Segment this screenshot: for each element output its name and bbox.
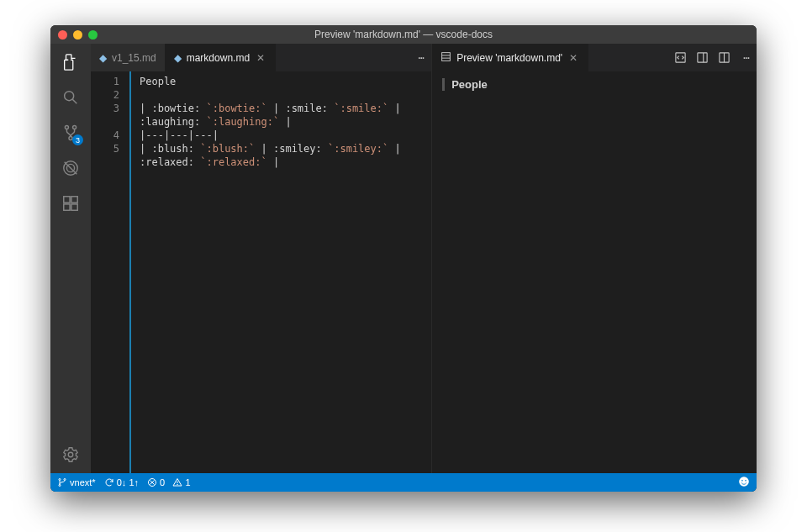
svg-point-22 — [64, 479, 66, 481]
settings-gear-icon[interactable] — [61, 445, 81, 465]
warnings-count: 1 — [185, 477, 190, 487]
markdown-preview[interactable]: People — [432, 71, 757, 473]
workbench-body: 3 ◆v1_15.md◆markdown.md✕ ··· — [50, 44, 757, 473]
markdown-file-icon: ◆ — [174, 52, 182, 64]
svg-point-31 — [745, 480, 746, 482]
status-bar: vnext* 0↓ 1↑ 0 1 — [50, 473, 757, 492]
scm-badge: 3 — [72, 134, 83, 145]
editor-group-left: ◆v1_15.md◆markdown.md✕ ··· 12345 People|… — [91, 44, 432, 473]
svg-point-30 — [741, 480, 743, 482]
vscode-window: Preview 'markdown.md' — vscode-docs 3 — [50, 25, 757, 492]
tab-label: Preview 'markdown.md' — [456, 52, 562, 64]
preview-heading: People — [442, 78, 746, 91]
source-control-icon[interactable]: 3 — [61, 123, 81, 143]
window-title: Preview 'markdown.md' — vscode-docs — [50, 29, 757, 40]
split-editor-icon[interactable] — [713, 44, 735, 71]
svg-rect-9 — [64, 204, 70, 210]
show-source-icon[interactable] — [669, 44, 691, 71]
svg-point-12 — [68, 452, 73, 457]
tabs-right: Preview 'markdown.md'✕ ··· — [432, 44, 757, 71]
tabs-left: ◆v1_15.md◆markdown.md✕ ··· — [91, 44, 431, 71]
svg-rect-8 — [64, 197, 70, 203]
svg-point-23 — [59, 485, 61, 487]
editor-group-right: Preview 'markdown.md'✕ ··· People — [432, 44, 757, 473]
editor-actions-more-icon[interactable]: ··· — [735, 44, 757, 71]
sync-status[interactable]: 0↓ 1↑ — [104, 477, 139, 487]
svg-line-1 — [72, 99, 76, 103]
errors-count: 0 — [160, 477, 165, 487]
svg-point-21 — [59, 479, 61, 481]
svg-point-2 — [65, 126, 68, 129]
explorer-icon[interactable] — [61, 52, 81, 72]
editor-actions-more-icon[interactable]: ··· — [409, 44, 431, 71]
tab[interactable]: ◆v1_15.md — [91, 44, 166, 71]
feedback-smiley-icon[interactable] — [738, 476, 750, 489]
svg-rect-10 — [71, 204, 77, 210]
titlebar: Preview 'markdown.md' — vscode-docs — [50, 25, 757, 44]
svg-point-29 — [739, 477, 749, 487]
preview-icon — [440, 51, 451, 65]
branch-label: vnext* — [70, 477, 96, 487]
svg-point-3 — [73, 126, 76, 129]
sync-label: 0↓ 1↑ — [117, 477, 139, 487]
close-tab-icon[interactable]: ✕ — [567, 52, 579, 64]
svg-rect-11 — [71, 197, 77, 203]
tab[interactable]: Preview 'markdown.md'✕ — [432, 44, 588, 71]
svg-rect-13 — [442, 52, 451, 61]
problems-status[interactable]: 0 1 — [147, 477, 191, 487]
git-branch-status[interactable]: vnext* — [57, 477, 96, 487]
debug-icon[interactable] — [61, 158, 81, 178]
line-gutter: 12345 — [91, 71, 129, 473]
svg-point-28 — [177, 484, 178, 485]
svg-rect-17 — [697, 53, 706, 62]
activity-bar: 3 — [50, 44, 91, 473]
code-editor[interactable]: 12345 People| :bowtie: `:bowtie:` | :smi… — [91, 71, 431, 473]
search-icon[interactable] — [61, 87, 81, 108]
code-lines[interactable]: People| :bowtie: `:bowtie:` | :smile: `:… — [129, 71, 431, 473]
svg-point-0 — [65, 92, 74, 101]
tab[interactable]: ◆markdown.md✕ — [166, 44, 276, 71]
open-to-side-icon[interactable] — [691, 44, 713, 71]
close-tab-icon[interactable]: ✕ — [255, 52, 266, 64]
tab-label: markdown.md — [187, 52, 250, 64]
tab-label: v1_15.md — [112, 52, 156, 64]
extensions-icon[interactable] — [61, 193, 81, 213]
editor-area: ◆v1_15.md◆markdown.md✕ ··· 12345 People|… — [91, 44, 757, 473]
markdown-file-icon: ◆ — [99, 52, 107, 64]
